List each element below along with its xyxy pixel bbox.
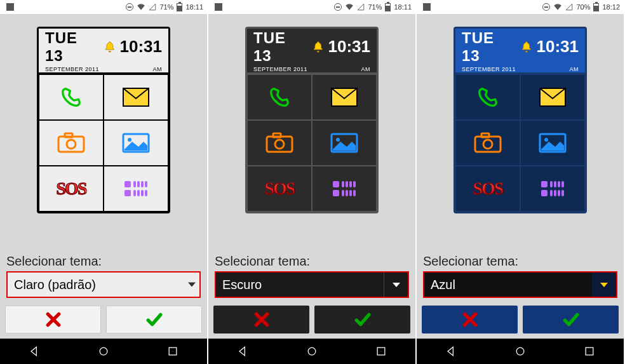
picture-tile[interactable] [104, 120, 168, 166]
chevron-down-icon [592, 273, 616, 297]
phone-tile[interactable] [455, 74, 520, 120]
action-row [417, 298, 624, 339]
picture-tile[interactable] [520, 120, 585, 166]
nav-home-icon[interactable] [306, 345, 318, 358]
nav-home-icon[interactable] [97, 345, 110, 358]
cancel-button[interactable] [422, 306, 518, 334]
bell-icon [312, 41, 325, 53]
camera-tile[interactable] [39, 120, 104, 166]
battery-percent: 71% [159, 3, 173, 11]
body: TUE 13 10:31 SEPTEMBER 2011 AM SOS [208, 14, 415, 339]
preview-panel: TUE 13 10:31 SEPTEMBER 2011 AM SOS [37, 27, 170, 213]
phone-tile[interactable] [247, 74, 312, 120]
svg-rect-48 [550, 190, 553, 196]
sos-icon: SOS [57, 179, 86, 199]
apps-tile[interactable] [104, 166, 168, 212]
dropdown-value: Claro (padrão) [14, 278, 96, 292]
apps-tile[interactable] [312, 166, 377, 212]
theme-preview: TUE 13 10:31 SEPTEMBER 2011 AM SOS [0, 14, 207, 250]
body: TUE 13 10:31 SEPTEMBER 2011 AM SOS [0, 14, 207, 339]
nav-recent-icon[interactable] [375, 345, 387, 358]
theme-dropdown[interactable]: Azul [423, 271, 617, 298]
battery-icon [593, 3, 599, 11]
nav-recent-icon[interactable] [166, 345, 179, 358]
svg-point-34 [308, 347, 316, 355]
svg-rect-24 [333, 181, 339, 187]
theme-dropdown[interactable]: Escuro [215, 271, 409, 298]
battery-icon [385, 3, 391, 11]
clock-time: 10:31 [120, 37, 163, 57]
nav-bar [0, 339, 207, 364]
close-icon [462, 311, 478, 328]
camera-icon [56, 130, 86, 156]
picture-icon [329, 130, 360, 156]
camera-tile[interactable] [247, 120, 312, 166]
confirm-button[interactable] [523, 306, 619, 334]
svg-point-5 [128, 138, 131, 142]
check-icon [354, 311, 371, 328]
cancel-button[interactable] [5, 306, 101, 334]
svg-point-41 [544, 138, 548, 142]
phone-icon [56, 84, 86, 110]
preview-panel: TUE 13 10:31 SEPTEMBER 2011 AM SOS [245, 27, 379, 213]
tile-grid: SOS [247, 74, 377, 212]
svg-rect-17 [169, 347, 177, 355]
status-icons: 71% 18:11 [126, 3, 203, 11]
notification-icon [6, 3, 14, 11]
nav-back-icon[interactable] [236, 345, 249, 358]
svg-rect-35 [377, 347, 385, 355]
confirm-button[interactable] [314, 306, 410, 334]
dnd-icon [542, 3, 550, 11]
nav-back-icon[interactable] [28, 345, 41, 358]
svg-point-16 [100, 347, 107, 355]
svg-point-52 [516, 347, 524, 355]
svg-rect-32 [349, 190, 352, 196]
svg-rect-33 [353, 190, 356, 196]
theme-preview: TUE 13 10:31 SEPTEMBER 2011 AM SOS [417, 14, 624, 250]
clock-tile: TUE 13 10:31 SEPTEMBER 2011 AM [247, 29, 377, 74]
svg-rect-25 [333, 190, 339, 196]
svg-rect-11 [145, 181, 147, 187]
signal-icon [149, 3, 156, 11]
nav-home-icon[interactable] [514, 345, 527, 358]
camera-tile[interactable] [455, 120, 520, 166]
status-time: 18:11 [185, 3, 203, 11]
clock-month: SEPTEMBER 2011 [45, 66, 99, 72]
camera-icon [473, 130, 503, 156]
sos-tile[interactable]: SOS [39, 166, 104, 212]
theme-selector: Selecionar tema: Claro (padrão) [0, 250, 207, 298]
nav-back-icon[interactable] [445, 345, 457, 358]
picture-tile[interactable] [312, 120, 377, 166]
phone-icon [473, 84, 503, 110]
svg-rect-27 [346, 181, 348, 187]
apps-tile[interactable] [520, 166, 585, 212]
theme-dropdown[interactable]: Claro (padrão) [6, 271, 201, 298]
mail-tile[interactable] [312, 74, 377, 120]
signal-icon [357, 3, 365, 11]
mail-icon [121, 84, 151, 110]
cancel-button[interactable] [213, 306, 309, 334]
svg-rect-45 [554, 181, 556, 187]
theme-selector: Selecionar tema: Escuro [208, 250, 415, 298]
mail-tile[interactable] [104, 74, 168, 120]
body: TUE 13 10:31 SEPTEMBER 2011 AM SOS [417, 14, 624, 339]
selector-label: Selecionar tema: [215, 254, 409, 269]
sos-tile[interactable]: SOS [455, 166, 520, 212]
svg-rect-29 [353, 181, 356, 187]
mail-tile[interactable] [520, 74, 585, 120]
phone-icon [264, 84, 295, 110]
svg-rect-44 [550, 181, 553, 187]
svg-point-3 [67, 140, 76, 149]
phone-screen-blue: 70% 18:12 TUE 13 10:31 SEPTEMBER 2011 AM [417, 0, 625, 364]
dnd-icon [126, 3, 133, 11]
svg-point-23 [336, 138, 340, 142]
action-row [208, 298, 415, 339]
svg-rect-38 [481, 133, 489, 137]
confirm-button[interactable] [106, 306, 202, 334]
svg-rect-30 [342, 190, 344, 196]
nav-recent-icon[interactable] [583, 345, 596, 358]
sos-tile[interactable]: SOS [247, 166, 312, 212]
svg-rect-20 [273, 133, 281, 137]
phone-tile[interactable] [39, 74, 104, 120]
clock-day: TUE 13 [253, 29, 308, 65]
